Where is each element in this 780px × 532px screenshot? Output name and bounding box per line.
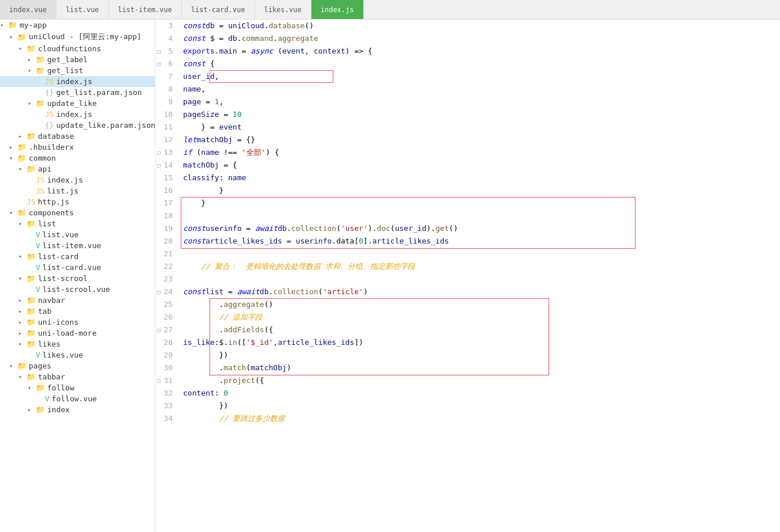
- sidebar-item-hbuilderx[interactable]: ▸📁.hbuilderx: [0, 142, 155, 153]
- sidebar-item-index-pages[interactable]: ▸📁index: [0, 404, 155, 415]
- sidebar-item-update_like_param[interactable]: {}update_like.param.json: [0, 120, 155, 131]
- tab-list-item-vue[interactable]: list-item.vue: [109, 0, 182, 19]
- sidebar-item-uni-icons[interactable]: ▸📁uni-icons: [0, 317, 155, 328]
- tree-label: likes: [38, 340, 60, 348]
- vue-file-icon: V: [36, 263, 40, 272]
- code-line-7: user_id,: [181, 70, 780, 83]
- tree-arrow: ▾: [28, 100, 36, 107]
- tab-index-vue[interactable]: index.vue: [0, 0, 56, 19]
- tab-likes-vue[interactable]: likes.vue: [255, 0, 311, 19]
- code-area: 34□5□6789101112□13□14151617181920212223□…: [155, 20, 780, 425]
- code-line-30: .match(matchObj): [181, 362, 780, 374]
- tree-arrow: ▾: [0, 22, 8, 28]
- code-line-6: const {: [181, 58, 780, 70]
- code-line-13: if (name !== '全部') {: [181, 146, 780, 159]
- tree-arrow: ▾: [18, 374, 26, 380]
- sidebar-item-common[interactable]: ▾📁common: [0, 153, 155, 164]
- tree-arrow: ▾: [18, 45, 26, 52]
- sidebar-item-cloudfunctions[interactable]: ▾📁cloudfunctions: [0, 43, 155, 54]
- sidebar-item-list-card[interactable]: ▾📁list-card: [0, 251, 155, 262]
- fold-icon[interactable]: □: [155, 48, 162, 55]
- line-number-27: □27: [155, 324, 176, 336]
- tree-arrow: ▸: [18, 319, 26, 325]
- line-number-4: 4: [155, 32, 176, 45]
- code-line-20: const article_likes_ids = userinfo.data[…: [181, 235, 780, 248]
- sidebar-item-follow[interactable]: ▾📁follow: [0, 382, 155, 393]
- code-line-33: }): [181, 400, 780, 412]
- code-line-25: .aggregate(): [181, 298, 780, 311]
- tree-arrow: ▸: [18, 133, 26, 139]
- tree-label: api: [38, 165, 51, 173]
- sidebar-item-list-card-vue-file[interactable]: Vlist-card.vue: [0, 262, 155, 273]
- tree-label: http.js: [38, 197, 70, 206]
- sidebar-item-update_like_index[interactable]: JSindex.js: [0, 109, 155, 120]
- vue-file-icon: V: [36, 241, 40, 250]
- code-line-29: }): [181, 349, 780, 362]
- tab-list-vue[interactable]: list.vue: [56, 0, 109, 19]
- line-number-17: 17: [155, 197, 176, 210]
- line-number-24: □24: [155, 286, 176, 298]
- vue-file-icon: V: [36, 351, 40, 359]
- tree-label: components: [29, 208, 74, 217]
- sidebar-item-navbar[interactable]: ▸📁navbar: [0, 295, 155, 306]
- folder-icon: 📁: [26, 373, 36, 381]
- line-number-22: 22: [155, 260, 176, 273]
- folder-icon: 📁: [26, 219, 36, 228]
- code-line-18: [181, 210, 780, 222]
- fold-icon[interactable]: □: [155, 288, 162, 295]
- tab-index-js[interactable]: index.js: [311, 0, 364, 19]
- line-number-25: 25: [155, 298, 176, 311]
- tree-label: list-card: [38, 252, 78, 261]
- sidebar-item-likes-vue-file[interactable]: Vlikes.vue: [0, 349, 155, 360]
- sidebar-item-get_list_param[interactable]: {}get_list.param.json: [0, 87, 155, 98]
- folder-icon: 📁: [17, 362, 26, 370]
- sidebar-item-comp-list[interactable]: ▾📁list: [0, 218, 155, 229]
- sidebar-item-api-index[interactable]: JSindex.js: [0, 174, 155, 185]
- sidebar-item-http-js[interactable]: JShttp.js: [0, 196, 155, 207]
- code-editor[interactable]: 34□5□6789101112□13□14151617181920212223□…: [155, 20, 780, 532]
- line-number-21: 21: [155, 248, 176, 260]
- fold-icon[interactable]: □: [155, 377, 162, 384]
- line-number-23: 23: [155, 273, 176, 286]
- sidebar-item-get_list[interactable]: ▾📁get_list: [0, 65, 155, 76]
- sidebar-item-get_label[interactable]: ▸📁get_label: [0, 54, 155, 65]
- line-number-32: 32: [155, 387, 176, 400]
- sidebar-item-update_like[interactable]: ▾📁update_like: [0, 98, 155, 109]
- tree-label: cloudfunctions: [38, 44, 101, 53]
- tree-arrow: ▾: [9, 363, 17, 369]
- code-line-4: const $ = db.command.aggregate: [181, 32, 780, 45]
- json-file-icon: {}: [45, 121, 54, 130]
- sidebar-item-uni-load-more[interactable]: ▸📁uni-load-more: [0, 328, 155, 339]
- tab-list-card-vue[interactable]: list-card.vue: [182, 0, 255, 19]
- sidebar-item-follow-vue[interactable]: Vfollow.vue: [0, 393, 155, 404]
- sidebar-item-pages[interactable]: ▾📁pages: [0, 360, 155, 371]
- sidebar-item-api[interactable]: ▾📁api: [0, 164, 155, 174]
- sidebar-item-list-item-vue-file[interactable]: Vlist-item.vue: [0, 240, 155, 251]
- sidebar-item-api-list[interactable]: JSlist.js: [0, 185, 155, 196]
- line-number-28: 28: [155, 336, 176, 349]
- vue-file-icon: V: [45, 394, 50, 403]
- tree-label: follow: [47, 383, 74, 392]
- tree-arrow: ▸: [18, 308, 26, 314]
- folder-icon: 📁: [26, 274, 36, 283]
- sidebar-item-unicloud[interactable]: ▾📁uniCloud - [阿里云:my-app]: [0, 31, 155, 43]
- tree-label: update_like: [47, 99, 97, 108]
- fold-icon[interactable]: □: [155, 149, 162, 156]
- sidebar-item-likes[interactable]: ▾📁likes: [0, 339, 155, 349]
- tree-arrow: ▾: [18, 166, 26, 172]
- sidebar-item-index-js-file[interactable]: JSindex.js: [0, 76, 155, 87]
- sidebar-item-tabbar[interactable]: ▾📁tabbar: [0, 371, 155, 382]
- sidebar-item-list-scrool-vue-file[interactable]: Vlist-scrool.vue: [0, 284, 155, 295]
- tree-label: uni-icons: [38, 318, 78, 326]
- sidebar-item-tab[interactable]: ▸📁tab: [0, 306, 155, 317]
- sidebar-item-list-scrool[interactable]: ▾📁list-scrool: [0, 273, 155, 284]
- sidebar-item-components[interactable]: ▾📁components: [0, 207, 155, 218]
- fold-icon[interactable]: □: [155, 162, 162, 169]
- code-line-17: }: [181, 197, 780, 210]
- sidebar-item-my-app[interactable]: ▾📁my-app: [0, 20, 155, 31]
- fold-icon[interactable]: □: [155, 326, 162, 333]
- sidebar-item-list-vue-file[interactable]: Vlist.vue: [0, 229, 155, 240]
- sidebar-item-database[interactable]: ▸📁database: [0, 131, 155, 142]
- fold-icon[interactable]: □: [155, 60, 162, 67]
- line-number-19: 19: [155, 222, 176, 235]
